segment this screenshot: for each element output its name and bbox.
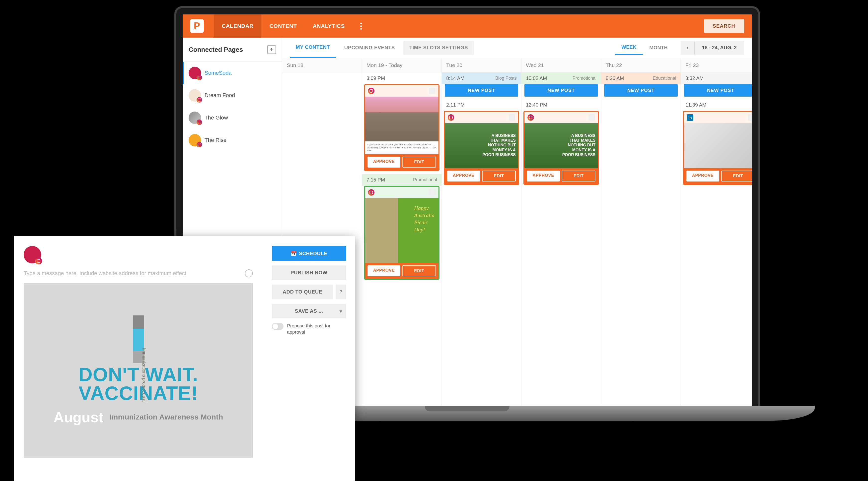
category-label: Promotional <box>413 177 437 183</box>
propose-approval-toggle[interactable] <box>272 323 283 330</box>
new-post-button[interactable]: NEW POST <box>445 84 518 97</box>
instagram-icon <box>368 189 374 196</box>
edit-button[interactable]: EDIT <box>482 170 516 182</box>
new-post-button[interactable]: NEW POST <box>684 84 752 97</box>
app-logo[interactable]: P <box>190 19 204 33</box>
more-menu-icon[interactable] <box>358 20 364 32</box>
page-avatar <box>189 111 201 124</box>
category-label: Educational <box>653 76 676 81</box>
date-range-label: 18 - 24, AUG, 2 <box>694 45 744 51</box>
page-avatar <box>189 89 201 102</box>
account-avatar[interactable] <box>24 246 41 263</box>
tab-time-slots-settings[interactable]: TIME SLOTS SETTINGS <box>403 41 474 55</box>
image-icon <box>748 114 752 121</box>
time-label: 2:11 PM <box>442 99 521 111</box>
poster-vertical-text: Immunizations protect us all <box>141 348 147 404</box>
approve-button[interactable]: APPROVE <box>686 170 719 182</box>
day-header: Tue 20 <box>442 58 521 72</box>
category-label: Promotional <box>572 76 596 81</box>
post-image <box>524 123 598 168</box>
page-name: Dream Food <box>205 92 235 99</box>
post-card[interactable]: APPROVE EDIT <box>523 111 599 185</box>
save-as-dropdown[interactable]: SAVE AS ... <box>272 304 346 318</box>
day-column: Mon 19 - Today 3:09 PM If your stories a… <box>362 58 442 407</box>
approve-button[interactable]: APPROVE <box>368 157 400 167</box>
category-label: Blog Posts <box>495 76 517 81</box>
emoji-picker-icon[interactable] <box>245 269 253 277</box>
compose-post-modal: Type a message here. Include website add… <box>14 236 355 481</box>
poster-month: August <box>54 409 103 425</box>
instagram-icon <box>527 114 534 121</box>
post-card[interactable]: APPROVE EDIT <box>364 186 439 280</box>
sidebar-item-dreamfood[interactable]: Dream Food <box>183 84 282 106</box>
day-column: Thu 22 8:26 AMEducational NEW POST <box>601 58 681 407</box>
instagram-badge-icon <box>196 75 202 80</box>
day-column: Tue 20 8:14 AMBlog Posts NEW POST 2:11 P… <box>442 58 522 407</box>
time-label: 11:39 AM <box>681 99 752 111</box>
instagram-badge-icon <box>196 142 202 148</box>
edit-button[interactable]: EDIT <box>402 265 436 276</box>
nav-analytics[interactable]: ANALYTICS <box>305 14 352 38</box>
post-image <box>684 123 752 168</box>
instagram-icon <box>368 88 374 94</box>
time-label: 12:40 PM <box>522 99 601 111</box>
search-button[interactable]: SEARCH <box>704 19 744 33</box>
sidebar-item-theglow[interactable]: The Glow <box>183 106 282 129</box>
nav-calendar[interactable]: CALENDAR <box>214 14 261 38</box>
new-post-button[interactable]: NEW POST <box>524 84 598 97</box>
edit-button[interactable]: EDIT <box>402 157 436 167</box>
new-post-button[interactable]: NEW POST <box>604 84 678 97</box>
image-icon <box>588 114 595 121</box>
approve-button[interactable]: APPROVE <box>527 170 560 182</box>
post-image <box>365 97 438 141</box>
time-label: 8:26 AM <box>606 75 624 81</box>
day-header: Wed 21 <box>522 58 601 72</box>
post-image <box>445 123 518 168</box>
edit-button[interactable]: EDIT <box>562 170 596 182</box>
time-label: 10:02 AM <box>526 75 547 81</box>
poster-headline-2: VACCINATE! <box>79 384 198 402</box>
sidebar-item-therise[interactable]: The Rise <box>183 129 282 151</box>
day-column: Fri 23 8:32 AM NEW POST 11:39 AM in APPR… <box>681 58 752 407</box>
publish-now-button[interactable]: PUBLISH NOW <box>272 265 346 280</box>
image-icon <box>429 88 435 94</box>
time-label: 3:09 PM <box>362 72 441 84</box>
page-name: The Glow <box>205 115 228 121</box>
poster-headline-1: DON'T WAIT. <box>79 365 198 384</box>
post-card[interactable]: APPROVE EDIT <box>444 111 519 185</box>
propose-approval-label: Propose this post for approval <box>287 323 346 335</box>
prev-week-button[interactable]: ‹ <box>681 41 694 55</box>
post-preview-image: Immunizations protect us all DON'T WAIT.… <box>24 283 253 458</box>
instagram-icon <box>448 114 454 121</box>
schedule-button[interactable]: 📅SCHEDULE <box>272 246 346 261</box>
approve-button[interactable]: APPROVE <box>447 170 480 182</box>
view-week[interactable]: WEEK <box>615 41 643 55</box>
day-header: Thu 22 <box>601 58 681 72</box>
calendar-icon: 📅 <box>290 251 297 256</box>
time-label: 8:32 AM <box>685 75 704 81</box>
instagram-badge-icon <box>196 97 202 103</box>
page-name: The Rise <box>205 137 226 143</box>
edit-button[interactable]: EDIT <box>721 170 752 182</box>
view-month[interactable]: MONTH <box>643 41 674 55</box>
tab-my-content[interactable]: MY CONTENT <box>290 38 336 58</box>
day-column: Wed 21 10:02 AMPromotional NEW POST 12:4… <box>522 58 601 407</box>
approve-button[interactable]: APPROVE <box>368 265 400 276</box>
sidebar-title: Connected Pages <box>189 46 243 54</box>
page-avatar <box>189 67 201 79</box>
post-card[interactable]: in APPROVE EDIT <box>683 111 752 185</box>
post-card[interactable]: If your stories are all about your produ… <box>364 84 439 171</box>
page-name: SomeSoda <box>205 70 232 76</box>
poster-subtext: Immunization Awareness Month <box>110 413 223 421</box>
message-input[interactable]: Type a message here. Include website add… <box>24 270 241 277</box>
top-navbar: P CALENDAR CONTENT ANALYTICS SEARCH <box>183 14 752 38</box>
image-icon <box>429 189 435 196</box>
tab-upcoming-events[interactable]: UPCOMING EVENTS <box>338 38 401 58</box>
queue-help-button[interactable]: ? <box>336 285 346 299</box>
sidebar-item-somesoda[interactable]: SomeSoda <box>183 62 282 84</box>
nav-content[interactable]: CONTENT <box>261 14 305 38</box>
add-page-button[interactable]: + <box>267 45 276 54</box>
time-label: 7:15 PM <box>367 177 385 183</box>
add-to-queue-button[interactable]: ADD TO QUEUE <box>272 285 333 299</box>
day-header: Fri 23 <box>681 58 752 72</box>
